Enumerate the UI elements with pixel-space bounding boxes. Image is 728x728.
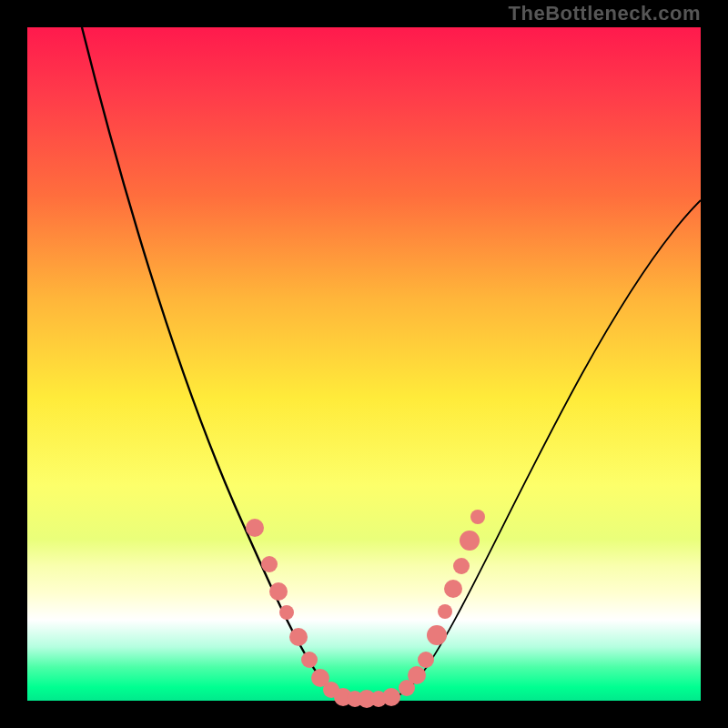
marker-dot [470,510,485,524]
marker-dot [427,625,447,645]
marker-dot [438,604,452,619]
marker-dot [460,531,480,551]
curve-right [382,200,701,699]
marker-dot [261,556,278,572]
marker-dot [289,628,308,646]
curve-left [82,27,359,699]
chart-svg [0,0,728,728]
marker-dot [269,582,288,601]
marker-dot [301,652,318,668]
chart-frame: TheBottleneck.com [0,0,728,728]
highlighted-points [246,510,485,708]
marker-dot [453,558,470,574]
marker-dot [279,605,294,620]
marker-dot [444,580,462,598]
marker-dot [418,652,434,668]
marker-dot [382,688,400,706]
bottleneck-curve [82,27,701,699]
marker-dot [408,666,426,684]
marker-dot [246,519,264,537]
